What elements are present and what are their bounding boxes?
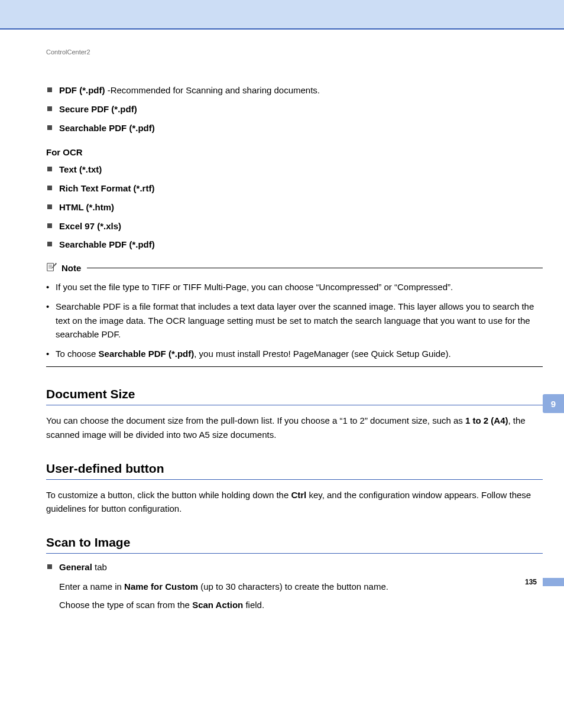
list-item: Rich Text Format (*.rtf): [46, 182, 543, 195]
list-item-text: Secure PDF (*.pdf): [59, 103, 137, 116]
chapter-side-tab: 9: [543, 394, 564, 413]
scan-image-line2: Choose the type of scan from the Scan Ac…: [59, 598, 543, 612]
list-item: General tab: [46, 561, 543, 574]
running-head: ControlCenter2: [46, 48, 543, 56]
note-label: Note: [61, 263, 81, 273]
note-block: Note •If you set the file type to TIFF o…: [46, 262, 543, 367]
bullet-dot-icon: •: [46, 347, 56, 360]
note-item-text: To choose Searchable PDF (*.pdf), you mu…: [56, 347, 451, 360]
note-item-text: Searchable PDF is a file format that inc…: [56, 300, 543, 341]
file-type-list: PDF (*.pdf) -Recommended for Scanning an…: [46, 84, 543, 134]
list-item: Searchable PDF (*.pdf): [46, 122, 543, 135]
list-item-text: PDF (*.pdf) -Recommended for Scanning an…: [59, 84, 320, 97]
bullet-icon: [47, 125, 52, 130]
list-item-text: Text (*.txt): [59, 163, 102, 176]
heading-scan-to-image: Scan to Image: [46, 535, 543, 554]
list-item: HTML (*.htm): [46, 201, 543, 214]
page-number: 135: [525, 578, 537, 586]
list-item-text: HTML (*.htm): [59, 201, 114, 214]
note-item: •To choose Searchable PDF (*.pdf), you m…: [46, 347, 543, 360]
note-header: Note: [46, 262, 543, 274]
note-item-text: If you set the file type to TIFF or TIFF…: [56, 280, 453, 294]
list-item: Excel 97 (*.xls): [46, 220, 543, 233]
list-item-text: Rich Text Format (*.rtf): [59, 182, 154, 195]
bullet-icon: [47, 167, 52, 171]
heading-document-size: Document Size: [46, 387, 543, 405]
header-band: [0, 0, 564, 30]
document-size-paragraph: You can choose the document size from th…: [46, 414, 543, 441]
list-item-text: Excel 97 (*.xls): [59, 220, 121, 233]
ocr-list: Text (*.txt)Rich Text Format (*.rtf)HTML…: [46, 163, 543, 251]
list-item: Searchable PDF (*.pdf): [46, 238, 543, 251]
note-icon: [46, 262, 58, 274]
list-item-text: Searchable PDF (*.pdf): [59, 122, 155, 135]
bullet-icon: [47, 564, 52, 569]
general-tab-word: tab: [92, 562, 107, 572]
note-item: •If you set the file type to TIFF or TIF…: [46, 280, 543, 294]
bullet-icon: [47, 186, 52, 190]
list-item: Secure PDF (*.pdf): [46, 103, 543, 116]
general-label-bold: General: [59, 562, 92, 572]
list-item: Text (*.txt): [46, 163, 543, 176]
page-footer: 135: [0, 578, 564, 586]
bullet-icon: [47, 87, 52, 92]
bullet-icon: [47, 242, 52, 246]
user-defined-button-paragraph: To customize a button, click the button …: [46, 488, 543, 516]
list-item-text: Searchable PDF (*.pdf): [59, 238, 155, 251]
bullet-dot-icon: •: [46, 300, 56, 341]
footer-tab-stub: [543, 578, 564, 586]
bullet-icon: [47, 204, 52, 209]
bullet-icon: [47, 223, 52, 228]
bullet-dot-icon: •: [46, 280, 56, 294]
note-rule: [87, 268, 543, 268]
bullet-icon: [47, 106, 52, 111]
scan-to-image-list: General tab Enter a name in Name for Cus…: [46, 561, 543, 612]
note-item: •Searchable PDF is a file format that in…: [46, 300, 543, 341]
heading-user-defined-button: User-defined button: [46, 462, 543, 480]
page-body: ControlCenter2 PDF (*.pdf) -Recommended …: [0, 48, 564, 612]
note-items: •If you set the file type to TIFF or TIF…: [46, 280, 543, 360]
general-tab-label: General tab: [59, 561, 107, 574]
for-ocr-label: For OCR: [46, 147, 543, 157]
list-item: PDF (*.pdf) -Recommended for Scanning an…: [46, 84, 543, 97]
